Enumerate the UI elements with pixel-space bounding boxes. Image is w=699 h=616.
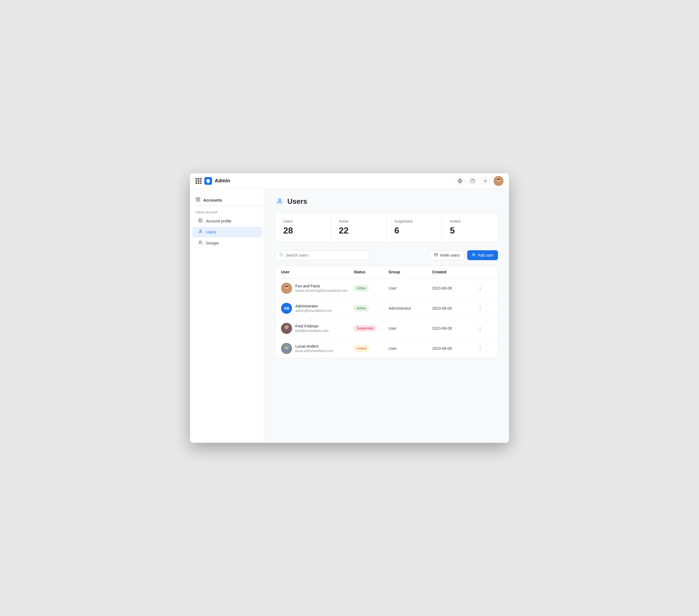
actions-cell-2: ⋮ bbox=[476, 304, 492, 313]
more-button-3[interactable]: ⋮ bbox=[476, 324, 485, 333]
group-cell-4: User bbox=[388, 346, 432, 351]
svg-rect-27 bbox=[284, 328, 286, 328]
user-info-3: Fred Fridman fred@funandfacts.com bbox=[295, 324, 329, 333]
invite-users-button[interactable]: Invite users bbox=[429, 250, 464, 260]
users-table: User Status Group Created bbox=[275, 266, 498, 358]
stat-card-users: Users 28 bbox=[276, 213, 331, 242]
status-cell-2: Active bbox=[354, 305, 388, 311]
stat-card-suspended: Suspended 6 bbox=[387, 213, 442, 242]
invite-icon bbox=[434, 253, 438, 258]
stat-value-suspended: 6 bbox=[394, 225, 434, 236]
search-box[interactable] bbox=[275, 250, 369, 260]
created-cell-2: 2023-08-08 bbox=[432, 306, 476, 311]
created-cell-3: 2023-08-08 bbox=[432, 326, 476, 330]
content-area: Users Users 28 Active 22 Suspended 6 Inv… bbox=[264, 189, 509, 443]
avatar-fred bbox=[281, 323, 292, 334]
stat-label-invited: Invited bbox=[450, 219, 490, 223]
topbar-right bbox=[456, 176, 503, 186]
group-cell-2: Administrator bbox=[388, 306, 432, 311]
col-header-created: Created bbox=[432, 270, 476, 274]
svg-point-22 bbox=[286, 287, 286, 287]
sidebar-accounts-header[interactable]: Accounts bbox=[190, 194, 264, 206]
admin-account-label: Admin account bbox=[190, 208, 264, 215]
created-cell-4: 2023-08-08 bbox=[432, 346, 476, 351]
toolbar-buttons: Invite users Add user bbox=[429, 250, 498, 260]
sidebar-item-groups[interactable]: Groups bbox=[192, 238, 262, 248]
col-header-user: User bbox=[281, 270, 354, 274]
add-user-button[interactable]: Add user bbox=[467, 250, 498, 260]
search-icon bbox=[279, 253, 283, 258]
user-name-4: Lucas Anders bbox=[295, 344, 333, 349]
more-button-1[interactable]: ⋮ bbox=[476, 284, 485, 292]
account-profile-icon bbox=[198, 218, 203, 224]
stat-value-active: 22 bbox=[339, 225, 379, 236]
actions-cell-4: ⋮ bbox=[476, 344, 492, 353]
logo-icon bbox=[204, 177, 212, 185]
svg-point-30 bbox=[284, 345, 289, 349]
user-email-3: fred@funandfacts.com bbox=[295, 329, 329, 333]
svg-rect-6 bbox=[196, 197, 197, 199]
stats-row: Users 28 Active 22 Suspended 6 Invited 5 bbox=[275, 212, 498, 243]
user-info-2: Administrator admin@funandfacts.com bbox=[295, 304, 332, 313]
status-badge-4: Invited bbox=[354, 345, 369, 352]
user-email-1: linada.armstrong@funandfacts.com bbox=[295, 289, 347, 292]
svg-point-12 bbox=[199, 241, 200, 242]
svg-rect-7 bbox=[199, 197, 200, 199]
user-avatar-topbar[interactable] bbox=[493, 176, 503, 186]
more-button-2[interactable]: ⋮ bbox=[476, 304, 485, 313]
status-badge-1: Active bbox=[354, 285, 369, 291]
sidebar-item-label-groups: Groups bbox=[206, 241, 219, 245]
user-cell-1: Fun and Facts linada.armstrong@funandfac… bbox=[281, 283, 354, 294]
page-header-icon bbox=[275, 197, 284, 206]
add-user-label: Add user bbox=[478, 253, 493, 258]
app-window: Admin bbox=[190, 173, 509, 443]
created-cell-1: 2023-08-08 bbox=[432, 286, 476, 290]
user-name-1: Fun and Facts bbox=[295, 284, 347, 288]
search-input[interactable] bbox=[286, 253, 365, 258]
accounts-icon bbox=[196, 197, 200, 203]
sidebar-item-account-profile[interactable]: Account profile bbox=[192, 216, 262, 226]
add-user-icon bbox=[472, 253, 476, 258]
svg-point-16 bbox=[473, 253, 474, 255]
more-button-4[interactable]: ⋮ bbox=[476, 344, 485, 353]
svg-point-14 bbox=[280, 253, 283, 256]
topbar: Admin bbox=[190, 173, 509, 189]
help-icon-button[interactable] bbox=[468, 176, 477, 185]
user-name-3: Fred Fridman bbox=[295, 324, 329, 328]
toolbar: Invite users Add user bbox=[275, 250, 498, 260]
stat-label-suspended: Suspended bbox=[394, 219, 434, 223]
table-row: Fred Fridman fred@funandfacts.com Suspen… bbox=[276, 318, 498, 339]
col-header-actions bbox=[476, 270, 492, 274]
user-cell-4: Lucas Anders lucas.a@funandfacts.com bbox=[281, 343, 354, 354]
user-email-2: admin@funandfacts.com bbox=[295, 309, 332, 313]
user-name-2: Administrator bbox=[295, 304, 332, 308]
svg-point-23 bbox=[287, 287, 288, 287]
stat-card-invited: Invited 5 bbox=[442, 213, 498, 242]
table-row: AB Administrator admin@funandfacts.com A… bbox=[276, 298, 498, 318]
sidebar-item-users[interactable]: Users bbox=[192, 227, 262, 237]
svg-rect-28 bbox=[287, 328, 289, 328]
main-layout: Accounts Admin account Account profile bbox=[190, 189, 509, 443]
accounts-label: Accounts bbox=[203, 198, 222, 202]
actions-cell-3: ⋮ bbox=[476, 324, 492, 333]
topbar-left: Admin bbox=[196, 177, 456, 185]
invite-users-label: Invite users bbox=[440, 253, 460, 258]
group-cell-1: User bbox=[388, 286, 432, 290]
table-header: User Status Group Created bbox=[276, 266, 498, 278]
actions-cell-1: ⋮ bbox=[476, 284, 492, 292]
user-cell-3: Fred Fridman fred@funandfacts.com bbox=[281, 323, 354, 334]
app-title: Admin bbox=[215, 178, 230, 184]
user-cell-2: AB Administrator admin@funandfacts.com bbox=[281, 303, 354, 314]
settings-icon-button[interactable] bbox=[481, 176, 490, 185]
user-email-4: lucas.a@funandfacts.com bbox=[295, 349, 333, 353]
stat-value-users: 28 bbox=[283, 225, 323, 236]
grid-menu-icon[interactable] bbox=[196, 178, 201, 184]
groups-icon bbox=[198, 240, 203, 246]
status-badge-2: Active bbox=[354, 305, 369, 311]
avatar-administrator: AB bbox=[281, 303, 292, 314]
col-header-status: Status bbox=[354, 270, 388, 274]
globe-icon-button[interactable] bbox=[456, 176, 464, 185]
sidebar-item-label-account-profile: Account profile bbox=[206, 219, 232, 223]
stat-label-users: Users bbox=[283, 219, 323, 223]
stat-label-active: Active bbox=[339, 219, 379, 223]
